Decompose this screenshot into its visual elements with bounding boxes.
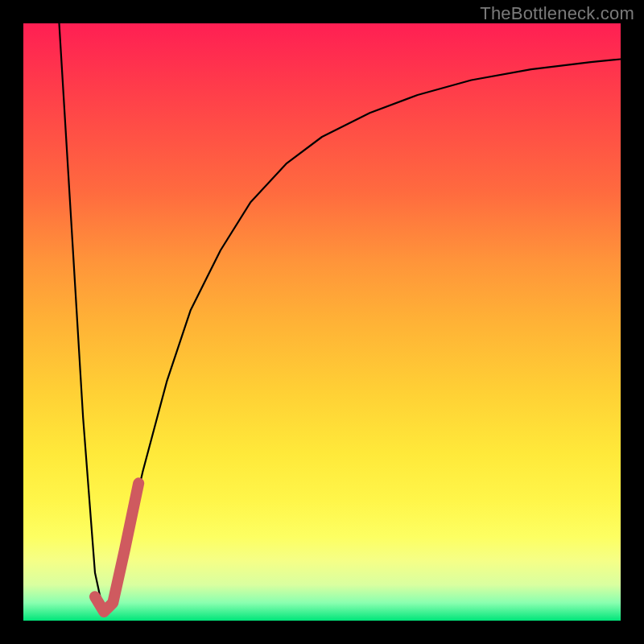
highlight-segment xyxy=(95,483,138,612)
plot-area xyxy=(23,23,621,621)
chart-frame: TheBottleneck.com xyxy=(0,0,644,644)
bottleneck-curve xyxy=(60,23,621,615)
watermark-text: TheBottleneck.com xyxy=(480,3,634,24)
curve-overlay xyxy=(23,23,621,621)
